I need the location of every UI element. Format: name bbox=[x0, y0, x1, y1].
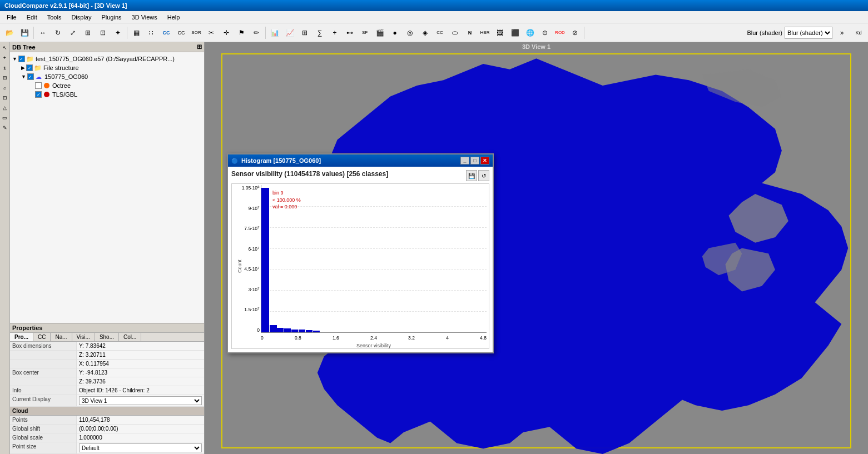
left-icon-1[interactable]: 1 bbox=[1, 63, 9, 72]
left-icon-plus[interactable]: + bbox=[1, 53, 9, 62]
win-close[interactable]: ✕ bbox=[480, 157, 489, 164]
tb-n[interactable]: N bbox=[463, 26, 477, 40]
tb-noentry[interactable]: ⊘ bbox=[568, 26, 582, 40]
y-label-7: 0 bbox=[257, 327, 260, 333]
tb-globe2[interactable]: ⊙ bbox=[538, 26, 552, 40]
tb-save[interactable]: 💾 bbox=[17, 26, 32, 40]
props-tab-visi[interactable]: Visi... bbox=[72, 333, 95, 341]
left-icon-zoom[interactable]: ⌕ bbox=[1, 83, 9, 92]
shader-select[interactable]: Blur (shader) bbox=[785, 27, 832, 39]
win-minimize[interactable]: _ bbox=[460, 157, 469, 164]
props-tab-na[interactable]: Na... bbox=[51, 333, 72, 341]
tlsgbl-icon bbox=[43, 91, 51, 98]
props-tab-pro[interactable]: Pro... bbox=[10, 333, 33, 341]
tb-pick[interactable]: ✦ bbox=[111, 26, 125, 40]
tree-arrow-filestructure[interactable]: ▶ bbox=[21, 65, 25, 71]
menu-help[interactable]: Help bbox=[163, 13, 185, 22]
tb-hbr[interactable]: HBR bbox=[478, 26, 492, 40]
tb-cut[interactable]: ✂ bbox=[204, 26, 219, 40]
tb-flag[interactable]: ⚑ bbox=[234, 26, 249, 40]
tree-label-root: test_150775_OG060.e57 (D:/Sayyad/RECAPPR… bbox=[36, 56, 175, 62]
menu-edit[interactable]: Edit bbox=[22, 13, 42, 22]
left-icon-scroll[interactable]: ⊟ bbox=[1, 73, 9, 82]
tb-rod[interactable]: ROD bbox=[553, 26, 567, 40]
display-select[interactable]: 3D View 1 bbox=[79, 396, 202, 405]
tb-img[interactable]: 🖼 bbox=[493, 26, 507, 40]
tree-item-filestructure[interactable]: ▶ ✓ 📁 File structure bbox=[12, 63, 202, 72]
prop-label-globalshift: Global shift bbox=[10, 425, 77, 433]
tb-circle[interactable]: ◎ bbox=[403, 26, 417, 40]
hist-btn-refresh[interactable]: ↺ bbox=[478, 170, 489, 181]
view-3d[interactable]: 3D View 1 🔵 Histogram [150775_OG060] _ □… bbox=[205, 42, 868, 454]
tree-cb-cloud[interactable]: ✓ bbox=[27, 73, 34, 80]
histogram-window[interactable]: 🔵 Histogram [150775_OG060] _ □ ✕ Sensor … bbox=[227, 153, 494, 353]
tb-rotate[interactable]: ↻ bbox=[51, 26, 65, 40]
tb-globe[interactable]: 🌐 bbox=[523, 26, 537, 40]
tb-sf[interactable]: SF bbox=[358, 26, 372, 40]
tb-chart[interactable]: 📊 bbox=[267, 26, 282, 40]
x-axis-labels: 0 0.8 1.6 2.4 3.2 4 4.8 bbox=[261, 335, 487, 341]
tree-arrow-cloud[interactable]: ▼ bbox=[21, 74, 26, 79]
tb-film[interactable]: 🎬 bbox=[373, 26, 387, 40]
win-maximize[interactable]: □ bbox=[470, 157, 479, 164]
props-tab-cc[interactable]: CC bbox=[33, 333, 51, 341]
tb-cc2[interactable]: CC bbox=[174, 26, 189, 40]
hist-bar-7 bbox=[313, 331, 320, 332]
x-label-2: 1.6 bbox=[333, 335, 339, 341]
left-icon-plane[interactable]: ▭ bbox=[1, 113, 9, 122]
cloud-icon: ☁ bbox=[35, 73, 43, 81]
prop-value-globalscale: 1.000000 bbox=[77, 433, 204, 442]
props-tab-col[interactable]: Col... bbox=[119, 333, 141, 341]
tb-table[interactable]: ⊞ bbox=[297, 26, 312, 40]
tb-kd[interactable]: Kd bbox=[851, 26, 866, 40]
left-icon-pointer[interactable]: ↖ bbox=[1, 43, 9, 52]
menu-tools[interactable]: Tools bbox=[43, 13, 66, 22]
tb-more[interactable]: » bbox=[835, 26, 849, 40]
tb-oval[interactable]: ⬭ bbox=[448, 26, 462, 40]
tb-ruler[interactable]: ⊷ bbox=[343, 26, 357, 40]
tree-cb-octree[interactable] bbox=[35, 82, 42, 89]
menu-display[interactable]: Display bbox=[67, 13, 96, 22]
menu-3dviews[interactable]: 3D Views bbox=[127, 13, 162, 22]
left-icon-box[interactable]: ⊡ bbox=[1, 93, 9, 102]
menu-plugins[interactable]: Plugins bbox=[97, 13, 126, 22]
tb-pencil[interactable]: ✏ bbox=[249, 26, 264, 40]
tb-translate[interactable]: ↔ bbox=[36, 26, 50, 40]
tree-arrow-root[interactable]: ▼ bbox=[12, 56, 17, 62]
tb-points[interactable]: ∷ bbox=[144, 26, 158, 40]
tb-sor[interactable]: SOR bbox=[189, 26, 204, 40]
tree-item-tlsgbl[interactable]: ▶ ✓ TLS/GBL bbox=[12, 90, 202, 99]
db-tree-expand[interactable]: ⊞ bbox=[197, 43, 202, 51]
tb-sensor[interactable]: ● bbox=[388, 26, 402, 40]
toolbar: 📂 💾 ↔ ↻ ⤢ ⊞ ⊡ ✦ ▦ ∷ CC CC SOR ✂ ✛ ⚑ ✏ 📊 … bbox=[0, 23, 868, 42]
tooltip-val: val = 0.000 bbox=[272, 203, 301, 211]
props-tab-sho[interactable]: Sho... bbox=[95, 333, 119, 341]
hist-bar-5 bbox=[299, 330, 305, 332]
tb-open[interactable]: 📂 bbox=[2, 26, 17, 40]
pointsize-select[interactable]: Default bbox=[79, 443, 202, 452]
tb-plus[interactable]: + bbox=[328, 26, 342, 40]
tb-box[interactable]: ⬛ bbox=[508, 26, 522, 40]
tree-cb-filestructure[interactable]: ✓ bbox=[26, 64, 33, 71]
tb-mirror[interactable]: ⊞ bbox=[81, 26, 95, 40]
tb-cc3[interactable]: CC bbox=[433, 26, 447, 40]
tree-item-root[interactable]: ▼ ✓ 📁 test_150775_OG060.e57 (D:/Sayyad/R… bbox=[12, 54, 202, 63]
tree-item-octree[interactable]: ▶ Octree bbox=[12, 81, 202, 90]
tb-align[interactable]: ⊡ bbox=[96, 26, 110, 40]
tb-calc[interactable]: ∑ bbox=[313, 26, 327, 40]
tree-cb-root[interactable]: ✓ bbox=[18, 56, 25, 62]
tb-scale[interactable]: ⤢ bbox=[66, 26, 80, 40]
left-icon-triangle[interactable]: △ bbox=[1, 103, 9, 112]
tb-shield[interactable]: ◈ bbox=[418, 26, 432, 40]
hist-btn-export[interactable]: 💾 bbox=[466, 170, 477, 181]
tb-chart2[interactable]: 📈 bbox=[282, 26, 297, 40]
tb-cross[interactable]: ✛ bbox=[219, 26, 234, 40]
tb-grid[interactable]: ▦ bbox=[129, 26, 143, 40]
tree-cb-tlsgbl[interactable]: ✓ bbox=[35, 91, 42, 98]
db-tree-content[interactable]: ▼ ✓ 📁 test_150775_OG060.e57 (D:/Sayyad/R… bbox=[10, 52, 204, 323]
menu-file[interactable]: File bbox=[2, 13, 21, 22]
tb-cc[interactable]: CC bbox=[159, 26, 173, 40]
left-icon-pencil2[interactable]: ✎ bbox=[1, 123, 9, 132]
tree-item-cloud[interactable]: ▼ ✓ ☁ 150775_OG060 bbox=[12, 72, 202, 81]
shader-label: Blur (shader) bbox=[747, 29, 782, 36]
